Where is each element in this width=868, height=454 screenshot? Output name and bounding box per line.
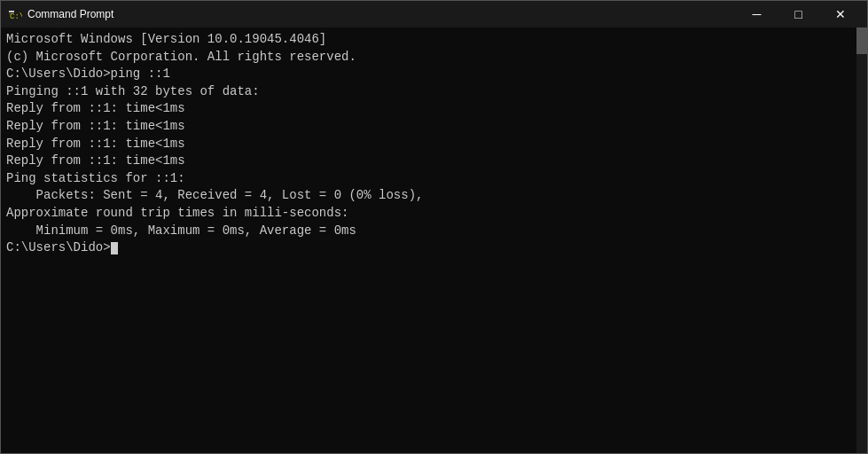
terminal-line: Reply from ::1: time<1ms xyxy=(6,136,862,153)
cmd-icon: C:\ xyxy=(8,7,22,21)
terminal-line: (c) Microsoft Corporation. All rights re… xyxy=(6,49,862,67)
terminal-line: C:\Users\Dido> xyxy=(6,239,862,257)
terminal-line: Microsoft Windows [Version 10.0.19045.40… xyxy=(6,31,862,49)
maximize-button[interactable]: □ xyxy=(778,1,818,27)
terminal-line: Reply from ::1: time<1ms xyxy=(6,100,862,118)
terminal-line: Reply from ::1: time<1ms xyxy=(6,118,862,136)
terminal-line: Ping statistics for ::1: xyxy=(6,170,862,188)
terminal-line: Minimum = 0ms, Maximum = 0ms, Average = … xyxy=(6,223,862,240)
svg-text:C:\: C:\ xyxy=(10,12,22,21)
title-bar-controls: ─ □ ✕ xyxy=(737,1,860,27)
terminal-line: Reply from ::1: time<1ms xyxy=(6,153,862,170)
close-button[interactable]: ✕ xyxy=(820,1,860,27)
cmd-window: C:\ Command Prompt ─ □ ✕ Microsoft Windo… xyxy=(0,0,868,454)
scrollbar-thumb[interactable] xyxy=(856,27,867,54)
window-title: Command Prompt xyxy=(27,8,113,20)
terminal-body[interactable]: Microsoft Windows [Version 10.0.19045.40… xyxy=(1,27,867,453)
terminal-line: C:\Users\Dido>ping ::1 xyxy=(6,66,862,83)
title-bar-left: C:\ Command Prompt xyxy=(8,7,113,21)
terminal-line: Pinging ::1 with 32 bytes of data: xyxy=(6,83,862,101)
terminal-content: Microsoft Windows [Version 10.0.19045.40… xyxy=(6,31,862,257)
terminal-line: Approximate round trip times in milli-se… xyxy=(6,205,862,223)
minimize-button[interactable]: ─ xyxy=(737,1,777,27)
scrollbar[interactable] xyxy=(856,27,867,453)
terminal-line: Packets: Sent = 4, Received = 4, Lost = … xyxy=(6,187,862,205)
cursor xyxy=(111,242,118,254)
title-bar: C:\ Command Prompt ─ □ ✕ xyxy=(1,1,867,27)
